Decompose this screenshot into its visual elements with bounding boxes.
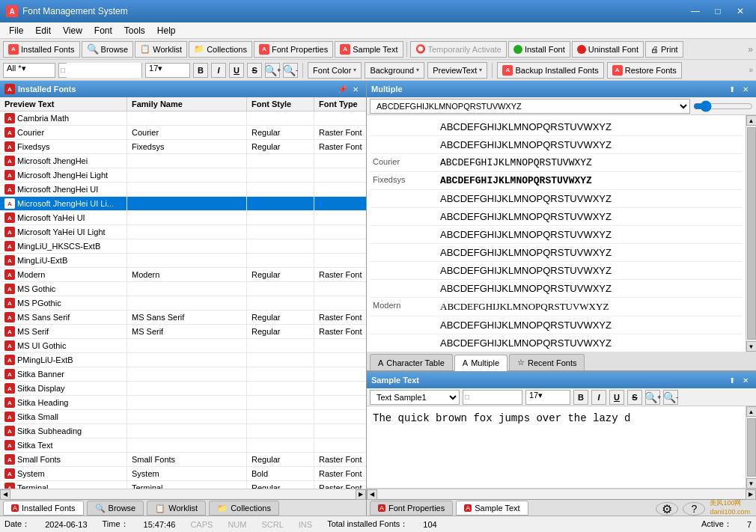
font-row-10[interactable]: A MingLiU-ExtB xyxy=(0,254,366,268)
zoom-out-button[interactable]: 🔍- xyxy=(283,63,298,78)
scroll-left-arrow[interactable]: ◀ xyxy=(0,489,10,500)
bottom-tab-worklist[interactable]: 📋 Worklist xyxy=(147,501,206,516)
install-font-button[interactable]: Install Font xyxy=(508,41,570,58)
bottom-tab-sample-text[interactable]: A Sample Text xyxy=(456,501,528,516)
size-slider[interactable] xyxy=(693,100,753,112)
font-row-14[interactable]: A MS Sans Serif MS Sans Serif Regular Ra… xyxy=(0,311,366,325)
sample-scroll-up[interactable]: ▲ xyxy=(746,406,757,417)
multiple-pin-button[interactable]: ⬆ xyxy=(726,84,738,94)
tab-character-table[interactable]: A Character Table xyxy=(370,354,453,370)
sample-strikethrough-button[interactable]: S xyxy=(627,390,642,405)
browse-button[interactable]: 🔍 Browse xyxy=(82,41,134,58)
tab-multiple[interactable]: A Multiple xyxy=(454,355,507,371)
sample-zoom-in[interactable]: 🔍+ xyxy=(645,390,660,405)
menu-view[interactable]: View xyxy=(57,24,88,37)
font-properties-button[interactable]: A Font Properties xyxy=(254,41,333,58)
maximize-button[interactable]: □ xyxy=(708,4,728,19)
menu-edit[interactable]: Edit xyxy=(29,24,57,37)
sample-text-button[interactable]: A Sample Text xyxy=(335,41,403,58)
preview-text-combo[interactable]: ABCDEFGHIJKLMNOPQRSTUVWXYZ xyxy=(370,99,690,114)
background-button[interactable]: Background ▾ xyxy=(365,62,424,79)
font-row-7[interactable]: A Microsoft YaHei UI xyxy=(0,211,366,225)
uninstall-font-button[interactable]: Uninstall Font xyxy=(572,41,644,58)
restore-button[interactable]: A Restore Fonts xyxy=(607,62,682,79)
sample-close-button[interactable]: ✕ xyxy=(740,375,752,385)
font-name-input[interactable] xyxy=(67,63,141,78)
font-row-16[interactable]: A MS UI Gothic xyxy=(0,339,366,353)
font-row-13[interactable]: A MS PGothic xyxy=(0,296,366,311)
backup-button[interactable]: A Backup Installed Fonts xyxy=(497,62,603,79)
font-row-17[interactable]: A PMingLiU-ExtB xyxy=(0,353,366,367)
font-row-12[interactable]: A MS Gothic xyxy=(0,282,366,296)
font-row-4[interactable]: A Microsoft JhengHei Light xyxy=(0,168,366,183)
font-size-combo[interactable]: 17▾ xyxy=(145,63,190,78)
close-button[interactable]: ✕ xyxy=(731,4,750,19)
strikethrough-button[interactable]: S xyxy=(247,63,262,78)
font-row-22[interactable]: A Sitka Subheading xyxy=(0,424,366,438)
font-row-21[interactable]: A Sitka Small xyxy=(0,410,366,424)
font-row-25[interactable]: A System System Bold Raster Font 92 xyxy=(0,467,366,481)
sample-italic-button[interactable]: I xyxy=(591,390,606,405)
font-color-button[interactable]: Font Color ▾ xyxy=(308,62,362,79)
menu-tools[interactable]: Tools xyxy=(118,24,151,37)
installed-fonts-button[interactable]: A Installed Fonts xyxy=(3,41,80,58)
filter-combo[interactable]: All *▾ xyxy=(3,63,55,78)
sample-font-name[interactable] xyxy=(471,393,516,402)
font-row-3[interactable]: A Microsoft JhengHei xyxy=(0,154,366,168)
font-row-23[interactable]: A Sitka Text xyxy=(0,438,366,453)
font-row-9[interactable]: A MingLiU_HKSCS-ExtB xyxy=(0,239,366,254)
collections-button[interactable]: 📁 Collections xyxy=(189,41,252,58)
panel-close-button[interactable]: ✕ xyxy=(350,84,362,94)
font-row-19[interactable]: A Sitka Display xyxy=(0,382,366,396)
font-row-11[interactable]: A Modern Modern Regular Raster Font 87 xyxy=(0,268,366,282)
menu-font[interactable]: Font xyxy=(88,24,118,37)
font-row-26[interactable]: A Terminal Terminal Regular Raster Font … xyxy=(0,481,366,489)
col-preview[interactable]: Preview Text xyxy=(0,97,127,111)
sample-bold-button[interactable]: B xyxy=(573,390,588,405)
bottom-tab-font-properties[interactable]: A Font Properties xyxy=(370,501,453,516)
zoom-in-button[interactable]: 🔍+ xyxy=(265,63,280,78)
font-row-24[interactable]: A Small Fonts Small Fonts Regular Raster… xyxy=(0,453,366,467)
sample-underline-button[interactable]: U xyxy=(609,390,624,405)
scroll-up[interactable]: ▲ xyxy=(746,115,757,126)
col-type[interactable]: Font Type xyxy=(314,97,366,111)
font-row-2[interactable]: A Fixedsys Fixedsys Regular Raster Font … xyxy=(0,140,366,154)
sample-scroll-thumb[interactable] xyxy=(747,418,756,477)
print-button[interactable]: 🖨 Print xyxy=(645,41,683,58)
bottom-tab-installed-fonts[interactable]: A Installed Fonts xyxy=(3,501,84,516)
help-corner-button[interactable]: ? xyxy=(683,502,705,516)
col-family[interactable]: Family Name xyxy=(127,97,247,111)
preview-text-button[interactable]: PreviewText ▾ xyxy=(427,62,487,79)
sample-scroll-left[interactable]: ◀ xyxy=(367,489,377,500)
menu-file[interactable]: File xyxy=(3,24,29,37)
sample-pin-button[interactable]: ⬆ xyxy=(726,375,738,385)
col-style[interactable]: Font Style xyxy=(247,97,314,111)
scroll-down[interactable]: ▼ xyxy=(746,341,757,352)
worklist-button[interactable]: 📋 Worklist xyxy=(135,41,187,58)
italic-button[interactable]: I xyxy=(211,63,226,78)
settings-button[interactable]: ⚙ xyxy=(656,502,678,516)
temp-activate-button[interactable]: ⭕ Temporarily Activate xyxy=(410,41,507,58)
scroll-thumb[interactable] xyxy=(747,127,756,340)
font-row-18[interactable]: A Sitka Banner xyxy=(0,367,366,382)
font-row-15[interactable]: A MS Serif MS Serif Regular Raster Font … xyxy=(0,325,366,339)
underline-button[interactable]: U xyxy=(229,63,244,78)
bottom-tab-collections[interactable]: 📁 Collections xyxy=(209,501,279,516)
font-row-6[interactable]: A Microsoft JhengHei UI Li... xyxy=(0,197,366,211)
sample-combo[interactable]: Text Sample1 xyxy=(370,390,460,405)
font-row-5[interactable]: A Microsoft JhengHei UI xyxy=(0,183,366,197)
panel-pin-button[interactable]: 📌 xyxy=(336,84,348,94)
sample-scroll-down[interactable]: ▼ xyxy=(746,478,757,489)
bottom-tab-browse[interactable]: 🔍 Browse xyxy=(87,501,144,516)
menu-help[interactable]: Help xyxy=(151,24,182,37)
sample-size-combo[interactable]: 17▾ xyxy=(525,390,570,405)
scroll-right-arrow[interactable]: ▶ xyxy=(356,489,366,500)
font-row-8[interactable]: A Microsoft YaHei UI Light xyxy=(0,225,366,239)
minimize-button[interactable]: — xyxy=(686,4,705,19)
font-row-1[interactable]: A Courier Courier Regular Raster Font 31 xyxy=(0,126,366,140)
font-row-20[interactable]: A Sitka Heading xyxy=(0,396,366,410)
multiple-close-button[interactable]: ✕ xyxy=(740,84,752,94)
font-row-0[interactable]: A Cambria Math xyxy=(0,111,366,126)
bold-button[interactable]: B xyxy=(193,63,208,78)
tab-recent-fonts[interactable]: ☆ Recent Fonts xyxy=(509,354,585,370)
